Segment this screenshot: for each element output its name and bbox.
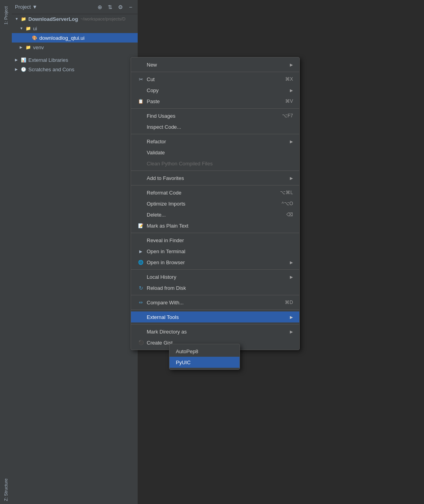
menu-item-label-mark-plain-text: Mark as Plain Text [147,223,293,229]
menu-item-label-validate: Validate [147,150,293,156]
separator [131,108,299,109]
menu-item-shortcut-cut: ⌘X [285,76,293,82]
panel-header: Project ▼ ⊕ ⇅ ⚙ − [12,0,138,14]
reload-icon: ↻ [137,285,144,291]
menu-item-arrow-add-favorites: ▶ [290,176,293,180]
folder-icon: 📁 [20,16,27,22]
submenu-item-pyuic[interactable]: PyUIC [170,357,240,368]
gist-icon: ⚫ [137,340,144,345]
menu-item-open-terminal[interactable]: ▶ Open in Terminal [131,246,299,257]
expand-arrow: ▶ [15,58,20,62]
panel-title-text: Project [15,4,31,10]
item-label: Scratches and Cons [28,67,74,72]
expand-arrow: ▼ [20,26,24,30]
menu-item-label-delete: Delete... [147,212,278,218]
menu-item-label-add-favorites: Add to Favorites [147,175,287,181]
menu-item-label-find-usages: Find Usages [147,113,274,119]
menu-item-cut[interactable]: ✂ Cut ⌘X [131,74,299,85]
menu-item-label-open-browser: Open in Browser [147,259,287,265]
menu-item-add-favorites[interactable]: Add to Favorites ▶ [131,172,299,183]
file-icon: 🎨 [31,35,38,41]
tree-item-scratches[interactable]: ▶ 🕐 Scratches and Cons [12,65,138,74]
tree-item-venv[interactable]: ▶ 📁 venv [12,43,138,52]
menu-item-arrow-mark-directory: ▶ [290,330,293,334]
menu-item-local-history[interactable]: Local History ▶ [131,271,299,282]
context-menu: New ▶ ✂ Cut ⌘X Copy ▶ 📋 Paste ⌘V Find Us… [131,57,300,350]
menu-item-reveal-finder[interactable]: Reveal in Finder [131,235,299,246]
sidebar-tab-project[interactable]: 1: Project [2,3,10,28]
menu-item-mark-plain-text[interactable]: 📝 Mark as Plain Text [131,220,299,231]
tree-item-downloadlog[interactable]: 🎨 downloadlog_qtui.ui [12,33,138,43]
menu-item-arrow-local-history: ▶ [290,275,293,279]
menu-item-label-reformat-code: Reformat Code [147,190,272,196]
menu-item-validate[interactable]: Validate [131,147,299,158]
separator [131,134,299,134]
menu-item-optimize-imports[interactable]: Optimize Imports ^⌥O [131,198,299,209]
menu-item-label-reveal-finder: Reveal in Finder [147,237,293,243]
submenu-label-autopep8: AutoPep8 [176,348,198,354]
scratch-icon: 🕐 [20,66,27,72]
menu-item-shortcut-find-usages: ⌥F7 [282,113,293,119]
menu-item-shortcut-compare: ⌘D [285,300,293,305]
sidebar-tab-structure[interactable]: Z: Structure [2,475,10,504]
item-label: DownloadServerLog [28,16,78,22]
menu-item-find-usages[interactable]: Find Usages ⌥F7 [131,110,299,121]
menu-item-label-open-terminal: Open in Terminal [147,248,293,254]
panel-icon-add[interactable]: ⊕ [96,3,104,11]
menu-item-label-local-history: Local History [147,274,287,280]
menu-item-arrow-browser: ▶ [290,260,293,265]
menu-item-compare-with[interactable]: ⇔ Compare With... ⌘D [131,297,299,308]
separator [131,324,299,324]
item-label: venv [33,44,44,50]
menu-item-open-browser[interactable]: 🌐 Open in Browser ▶ [131,257,299,268]
item-label: downloadlog_qtui.ui [39,35,85,41]
menu-item-label-refactor: Refactor [147,139,287,145]
mark-plain-text-icon: 📝 [137,223,144,228]
menu-item-shortcut-reformat: ⌥⌘L [280,190,293,195]
panel-icon-settings[interactable]: ⚙ [116,3,124,11]
separator [131,233,299,233]
separator [131,295,299,295]
menu-item-copy[interactable]: Copy ▶ [131,85,299,96]
separator [131,72,299,72]
tree-item-ui[interactable]: ▼ 📁 ui [12,24,138,33]
menu-item-external-tools[interactable]: External Tools ▶ [131,311,299,322]
expand-arrow: ▶ [20,45,24,49]
paste-icon: 📋 [137,99,144,104]
terminal-icon: ▶ [137,249,144,254]
library-icon: 📊 [20,57,27,63]
panel-icon-minimize[interactable]: − [127,3,135,11]
separator [131,269,299,270]
menu-item-label-external-tools: External Tools [147,314,287,320]
panel-icon-sort[interactable]: ⇅ [106,3,114,11]
separator [131,185,299,185]
item-path: ~/workspace/projects/D [80,17,125,21]
menu-item-reformat-code[interactable]: Reformat Code ⌥⌘L [131,187,299,198]
menu-item-label-new: New [147,62,287,68]
menu-item-shortcut-delete: ⌫ [286,212,293,217]
panel-title-arrow: ▼ [32,4,37,10]
submenu-item-autopep8[interactable]: AutoPep8 [170,346,240,357]
folder-orange-icon: 📁 [25,44,31,50]
browser-icon: 🌐 [137,260,144,265]
menu-item-reload-disk[interactable]: ↻ Reload from Disk [131,282,299,293]
menu-item-clean-python: Clean Python Compiled Files [131,158,299,169]
menu-item-new[interactable]: New ▶ [131,59,299,70]
folder-icon: 📁 [25,25,31,32]
tree-item-downloadserverlog[interactable]: ▼ 📁 DownloadServerLog ~/workspace/projec… [12,14,138,24]
menu-item-inspect-code[interactable]: Inspect Code... [131,121,299,132]
expand-arrow: ▼ [15,17,20,21]
menu-item-label-clean-python: Clean Python Compiled Files [147,161,293,167]
menu-item-label-compare-with: Compare With... [147,300,277,306]
item-label: External Libraries [28,57,68,63]
panel-icons: ⊕ ⇅ ⚙ − [96,3,135,11]
menu-item-paste[interactable]: 📋 Paste ⌘V [131,96,299,107]
menu-item-mark-directory[interactable]: Mark Directory as ▶ [131,326,299,337]
tree-item-external-libraries[interactable]: ▶ 📊 External Libraries [12,55,138,65]
menu-item-refactor[interactable]: Refactor ▶ [131,136,299,147]
menu-item-label-reload-disk: Reload from Disk [147,285,293,291]
menu-item-label-copy: Copy [147,87,287,93]
menu-item-label-paste: Paste [147,98,277,104]
menu-item-delete[interactable]: Delete... ⌫ [131,209,299,220]
panel-title: Project ▼ [15,4,96,10]
